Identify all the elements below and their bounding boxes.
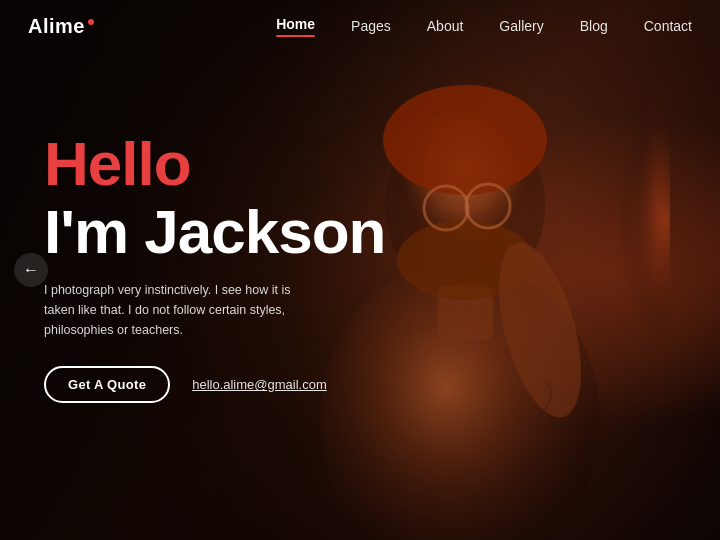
back-arrow-icon: ← [23, 261, 39, 279]
navbar: Alime Home Pages About Gallery Blog Cont… [0, 0, 720, 52]
svg-rect-10 [590, 20, 670, 540]
nav-link-gallery[interactable]: Gallery [499, 18, 543, 34]
logo-dot [88, 19, 94, 25]
nav-item-gallery[interactable]: Gallery [499, 17, 543, 35]
hero-name: I'm Jackson [44, 198, 385, 266]
svg-line-9 [466, 206, 468, 208]
logo-text: Alime [28, 15, 85, 38]
svg-point-3 [383, 85, 547, 195]
hero-greeting: Hello [44, 130, 385, 198]
nav-item-contact[interactable]: Contact [644, 17, 692, 35]
hero-actions: Get A Quote hello.alime@gmail.com [44, 366, 385, 403]
nav-item-home[interactable]: Home [276, 15, 315, 37]
nav-item-pages[interactable]: Pages [351, 17, 391, 35]
nav-link-contact[interactable]: Contact [644, 18, 692, 34]
hero-section: Alime Home Pages About Gallery Blog Cont… [0, 0, 720, 540]
hero-content: Hello I'm Jackson I photograph very inst… [44, 130, 385, 403]
logo[interactable]: Alime [28, 15, 94, 38]
back-arrow-button[interactable]: ← [14, 253, 48, 287]
hero-description: I photograph very instinctively. I see h… [44, 280, 324, 340]
nav-link-about[interactable]: About [427, 18, 464, 34]
nav-item-about[interactable]: About [427, 17, 464, 35]
nav-item-blog[interactable]: Blog [580, 17, 608, 35]
hero-email[interactable]: hello.alime@gmail.com [192, 377, 327, 392]
nav-link-pages[interactable]: Pages [351, 18, 391, 34]
nav-links: Home Pages About Gallery Blog Contact [276, 15, 692, 37]
nav-link-home[interactable]: Home [276, 16, 315, 37]
get-quote-button[interactable]: Get A Quote [44, 366, 170, 403]
nav-link-blog[interactable]: Blog [580, 18, 608, 34]
